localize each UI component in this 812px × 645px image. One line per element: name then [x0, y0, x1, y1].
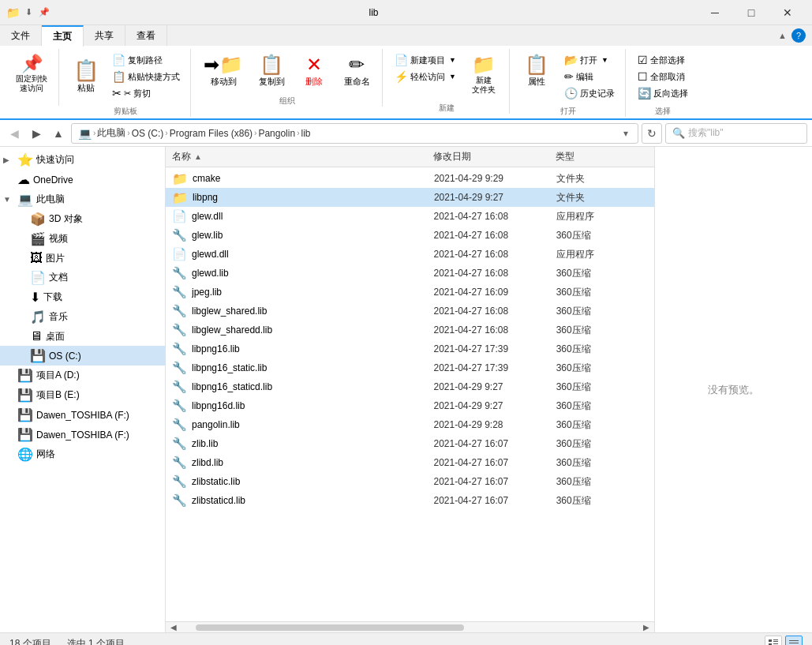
- breadcrumb-program-files[interactable]: Program Files (x86): [170, 128, 253, 139]
- svg-rect-9: [789, 643, 799, 643]
- col-header-name[interactable]: 名称 ▲: [172, 150, 433, 163]
- sidebar-item-project-b[interactable]: 💾 项目B (E:): [0, 385, 165, 405]
- tab-file[interactable]: 文件: [0, 25, 42, 46]
- sidebar-item-documents[interactable]: 📄 文档: [0, 268, 165, 287]
- file-date-glewd-lib: 2021-04-27 16:08: [433, 268, 556, 279]
- sidebar-item-project-a[interactable]: 💾 项目A (D:): [0, 366, 165, 385]
- file-type-glew-dll: 应用程序: [556, 210, 648, 223]
- sep1: ›: [93, 129, 95, 137]
- file-list[interactable]: 📁 cmake 2021-04-29 9:29 文件夹 📁 libpng 202…: [166, 167, 654, 621]
- refresh-button[interactable]: ↻: [642, 123, 662, 144]
- minimize-button[interactable]: ─: [697, 0, 733, 25]
- file-row-cmake[interactable]: 📁 cmake 2021-04-29 9:29 文件夹: [166, 169, 654, 188]
- file-row-libpng[interactable]: 📁 libpng 2021-04-29 9:27 文件夹: [166, 188, 654, 207]
- horizontal-scrollbar[interactable]: ◀ ▶: [166, 621, 654, 632]
- file-row-libpng16d[interactable]: 🔧 libpng16d.lib 2021-04-29 9:27 360压缩: [166, 396, 654, 415]
- sidebar-item-onedrive[interactable]: ☁ OneDrive: [0, 170, 165, 189]
- ribbon-group-clipboard: 📋 粘贴 📄 复制路径 📋 粘贴快捷方式 ✂ ✂ 剪切: [61, 49, 191, 117]
- details-view-icon: [768, 639, 779, 646]
- forward-button[interactable]: ▶: [27, 124, 46, 143]
- cut-button[interactable]: ✂ ✂ 剪切: [108, 85, 184, 101]
- sidebar-item-dawen-f1[interactable]: 💾 Dawen_TOSHIBA (F:): [0, 405, 165, 425]
- tab-share[interactable]: 共享: [84, 25, 125, 46]
- sidebar-item-downloads[interactable]: ⬇ 下载: [0, 287, 165, 307]
- sidebar-item-videos[interactable]: 🎬 视频: [0, 229, 165, 249]
- close-button[interactable]: ✕: [769, 0, 806, 25]
- sidebar-item-3d-objects[interactable]: 📦 3D 对象: [0, 209, 165, 229]
- paste-button[interactable]: 📋 粘贴: [67, 57, 105, 97]
- select-none-icon: ☐: [638, 70, 648, 83]
- sidebar-item-quick-access[interactable]: ▶ ⭐ 快速访问: [0, 150, 165, 170]
- new-item-button[interactable]: 📄 新建项目 ▼: [391, 52, 460, 68]
- history-button[interactable]: 🕒 历史记录: [560, 85, 619, 101]
- file-row-glewd-lib[interactable]: 🔧 glewd.lib 2021-04-27 16:08 360压缩: [166, 264, 654, 283]
- back-button[interactable]: ◀: [5, 124, 24, 143]
- file-row-zlibd[interactable]: 🔧 zlibd.lib 2021-04-27 16:07 360压缩: [166, 453, 654, 472]
- move-to-button[interactable]: ➡📁 移动到: [199, 52, 248, 91]
- easy-access-button[interactable]: ⚡ 轻松访问 ▼: [391, 69, 460, 84]
- h-scroll-left[interactable]: ◀: [167, 623, 180, 632]
- paste-shortcut-button[interactable]: 📋 粘贴快捷方式: [108, 69, 184, 84]
- file-row-glewd-dll[interactable]: 📄 glewd.dll 2021-04-27 16:08 应用程序: [166, 245, 654, 264]
- file-row-zlibstatic[interactable]: 🔧 zlibstatic.lib 2021-04-27 16:07 360压缩: [166, 472, 654, 491]
- ribbon-collapse-icon[interactable]: ▲: [778, 31, 787, 40]
- search-placeholder: 搜索"lib": [688, 126, 724, 140]
- sidebar-item-dawen-f2[interactable]: 💾 Dawen_TOSHIBA (F:): [0, 425, 165, 444]
- new-col: 📄 新建项目 ▼ ⚡ 轻松访问 ▼: [391, 52, 460, 84]
- file-row-glew-dll[interactable]: 📄 glew.dll 2021-04-27 16:08 应用程序: [166, 207, 654, 226]
- col-header-date[interactable]: 修改日期: [433, 150, 556, 163]
- file-row-jpeg-lib[interactable]: 🔧 jpeg.lib 2021-04-27 16:09 360压缩: [166, 283, 654, 302]
- view-details-button[interactable]: [765, 636, 782, 646]
- search-bar[interactable]: 🔍 搜索"lib": [665, 123, 807, 144]
- copy-icon: 📄: [112, 54, 125, 66]
- address-dropdown[interactable]: ▾: [620, 126, 631, 141]
- file-row-libpng16-staticd[interactable]: 🔧 libpng16_staticd.lib 2021-04-29 9:27 3…: [166, 377, 654, 396]
- h-scroll-thumb[interactable]: [196, 624, 464, 631]
- new-folder-button[interactable]: 📁 新建文件夹: [465, 52, 503, 98]
- history-label: 历史记录: [580, 88, 615, 99]
- file-row-libglew-sharedd[interactable]: 🔧 libglew_sharedd.lib 2021-04-27 16:08 3…: [166, 321, 654, 339]
- file-row-glew-lib[interactable]: 🔧 glew.lib 2021-04-27 16:08 360压缩: [166, 226, 654, 245]
- address-bar[interactable]: 💻 › 此电脑 › OS (C:) › Program Files (x86) …: [71, 123, 638, 144]
- breadcrumb-os-c[interactable]: OS (C:): [132, 128, 164, 139]
- sidebar-item-network[interactable]: 🌐 网络: [0, 444, 165, 464]
- delete-button[interactable]: ✕ 删除: [295, 52, 333, 91]
- maximize-button[interactable]: □: [733, 0, 769, 25]
- invert-select-button[interactable]: 🔄 反向选择: [634, 85, 692, 101]
- rename-button[interactable]: ✏ 重命名: [338, 52, 376, 91]
- view-list-button[interactable]: [785, 636, 803, 646]
- sidebar-item-desktop[interactable]: 🖥 桌面: [0, 327, 165, 346]
- col-header-type[interactable]: 类型: [556, 150, 648, 163]
- breadcrumb-lib[interactable]: lib: [301, 128, 310, 139]
- select-all-button[interactable]: ☑ 全部选择: [634, 52, 692, 68]
- file-row-libpng16-static[interactable]: 🔧 libpng16_static.lib 2021-04-27 17:39 3…: [166, 358, 654, 377]
- file-name-glew-lib: glew.lib: [192, 230, 433, 241]
- select-none-button[interactable]: ☐ 全部取消: [634, 69, 692, 84]
- open-button[interactable]: 📂 打开 ▼: [560, 52, 619, 68]
- properties-button[interactable]: 📋 属性: [518, 52, 556, 91]
- file-row-zlib[interactable]: 🔧 zlib.lib 2021-04-27 16:07 360压缩: [166, 434, 654, 453]
- sidebar-item-music[interactable]: 🎵 音乐: [0, 307, 165, 327]
- list-view-icon: [788, 639, 799, 646]
- up-button[interactable]: ▲: [49, 124, 68, 143]
- breadcrumb-this-pc[interactable]: 此电脑: [97, 126, 125, 140]
- file-row-zlibstaticd[interactable]: 🔧 zlibstaticd.lib 2021-04-27 16:07 360压缩: [166, 491, 654, 510]
- sidebar-item-this-pc[interactable]: ▼ 💻 此电脑: [0, 189, 165, 209]
- pin-to-quick-access-button[interactable]: 📌 固定到快速访问: [11, 52, 52, 96]
- sidebar-item-os-c[interactable]: 💾 OS (C:): [0, 346, 165, 366]
- tab-view[interactable]: 查看: [125, 25, 167, 46]
- copy-to-button[interactable]: 📋 复制到: [253, 52, 290, 91]
- breadcrumb-pangolin[interactable]: Pangolin: [258, 128, 295, 139]
- this-pc-icon: 💻: [17, 192, 33, 207]
- select-all-label: 全部选择: [650, 54, 685, 66]
- copy-button[interactable]: 📄 复制路径: [108, 52, 184, 68]
- edit-button[interactable]: ✏ 编辑: [560, 69, 619, 84]
- file-row-libpng16[interactable]: 🔧 libpng16.lib 2021-04-27 17:39 360压缩: [166, 339, 654, 358]
- tab-home[interactable]: 主页: [42, 25, 84, 47]
- file-row-libglew-shared[interactable]: 🔧 libglew_shared.lib 2021-04-27 16:08 36…: [166, 302, 654, 321]
- file-row-pangolin[interactable]: 🔧 pangolin.lib 2021-04-29 9:28 360压缩: [166, 415, 654, 434]
- file-date-libglew-shared: 2021-04-27 16:08: [433, 306, 556, 317]
- h-scroll-right[interactable]: ▶: [640, 623, 653, 632]
- ribbon-help-icon[interactable]: ?: [791, 28, 806, 43]
- sidebar-item-pictures[interactable]: 🖼 图片: [0, 249, 165, 268]
